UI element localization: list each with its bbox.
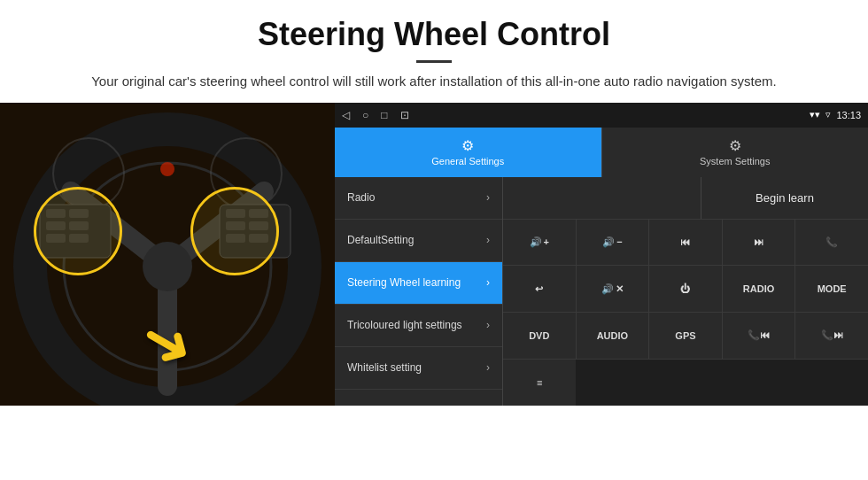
dvd-label: DVD bbox=[529, 330, 549, 341]
call-next-button[interactable]: 📞⏭ bbox=[795, 313, 868, 359]
signal-icon: ▾▾ bbox=[810, 109, 820, 120]
menu-item-default-label: DefaultSetting bbox=[347, 234, 486, 246]
begin-learn-button[interactable]: Begin learn bbox=[701, 177, 868, 219]
page-title: Steering Wheel Control bbox=[53, 16, 815, 53]
audio-button[interactable]: AUDIO bbox=[577, 313, 650, 359]
hang-up-icon: ↩ bbox=[535, 283, 543, 295]
chevron-right-icon: › bbox=[486, 234, 490, 246]
power-icon: ⏻ bbox=[680, 283, 690, 294]
wifi-icon: ▿ bbox=[825, 109, 831, 120]
prev-track-button[interactable]: ⏮ bbox=[649, 220, 723, 266]
chevron-right-icon: › bbox=[486, 319, 490, 331]
status-right: ▾▾ ▿ 13:13 bbox=[810, 109, 861, 120]
call-prev-button[interactable]: 📞⏮ bbox=[723, 313, 796, 359]
page-subtitle: Your original car's steering wheel contr… bbox=[53, 72, 815, 92]
mode-button[interactable]: MODE bbox=[795, 266, 868, 312]
nav-buttons: ◁ ○ □ ⊡ bbox=[342, 109, 409, 121]
menu-icon-button[interactable]: ≡ bbox=[503, 360, 576, 406]
vol-up-icon: 🔊 bbox=[530, 236, 542, 248]
menu-item-tricoloured-label: Tricoloured light settings bbox=[347, 319, 486, 331]
tab-system-label: System Settings bbox=[700, 156, 770, 166]
learn-input-field bbox=[503, 177, 701, 219]
mode-label: MODE bbox=[818, 283, 847, 294]
button-grid: 🔊+ 🔊− ⏮ ⏭ 📞 bbox=[503, 220, 868, 406]
page-header: Steering Wheel Control Your original car… bbox=[0, 0, 868, 103]
tab-general-label: General Settings bbox=[431, 156, 504, 166]
next-track-icon: ⏭ bbox=[754, 236, 763, 247]
control-panel: Begin learn 🔊+ 🔊− ⏮ bbox=[503, 177, 868, 406]
settings-tabs: ⚙ General Settings ⚙ System Settings bbox=[335, 128, 868, 177]
radio-label: RADIO bbox=[743, 283, 774, 294]
menu-item-radio-label: Radio bbox=[347, 191, 486, 204]
menu-item-default-setting[interactable]: DefaultSetting › bbox=[335, 220, 502, 262]
button-row-3: DVD AUDIO GPS 📞⏮ 📞⏭ bbox=[503, 313, 868, 360]
menu-icon: ≡ bbox=[537, 377, 542, 388]
cast-nav-icon[interactable]: ⊡ bbox=[400, 109, 409, 121]
call-icon: 📞 bbox=[825, 236, 838, 248]
clock: 13:13 bbox=[836, 110, 861, 120]
button-row-2: ↩ 🔊✕ ⏻ RADIO MODE bbox=[503, 266, 868, 313]
home-nav-icon[interactable]: ○ bbox=[362, 109, 368, 121]
dvd-button[interactable]: DVD bbox=[503, 313, 577, 359]
status-bar: ◁ ○ □ ⊡ ▾▾ ▿ 13:13 bbox=[335, 103, 868, 128]
gps-label: GPS bbox=[675, 330, 695, 341]
menu-item-whitelist[interactable]: Whitelist setting › bbox=[335, 347, 502, 390]
prev-track-icon: ⏮ bbox=[680, 236, 690, 247]
next-track-button[interactable]: ⏭ bbox=[723, 220, 796, 266]
android-panel: ◁ ○ □ ⊡ ▾▾ ▿ 13:13 ⚙ General Settings ⚙ … bbox=[335, 103, 868, 406]
vol-up-button[interactable]: 🔊+ bbox=[503, 220, 577, 266]
mute-icon: 🔊 bbox=[601, 283, 614, 295]
highlight-circle-left bbox=[34, 187, 122, 275]
steering-wheel-image: ➜ bbox=[0, 103, 335, 406]
menu-item-steering-wheel[interactable]: Steering Wheel learning › bbox=[335, 262, 502, 305]
menu-item-steering-label: Steering Wheel learning bbox=[347, 276, 486, 289]
tab-general-settings[interactable]: ⚙ General Settings bbox=[335, 128, 601, 177]
recents-nav-icon[interactable]: □ bbox=[381, 109, 387, 121]
mute-button[interactable]: 🔊✕ bbox=[577, 266, 650, 312]
system-settings-icon: ⚙ bbox=[729, 137, 741, 154]
panel-body: Radio › DefaultSetting › Steering Wheel … bbox=[335, 177, 868, 406]
chevron-right-icon: › bbox=[486, 276, 490, 289]
title-divider bbox=[416, 60, 452, 63]
chevron-right-icon: › bbox=[486, 361, 490, 374]
radio-button[interactable]: RADIO bbox=[723, 266, 796, 312]
svg-point-6 bbox=[143, 242, 192, 291]
general-settings-icon: ⚙ bbox=[461, 137, 474, 154]
audio-label: AUDIO bbox=[597, 330, 628, 341]
gps-button[interactable]: GPS bbox=[649, 313, 723, 359]
call-button[interactable]: 📞 bbox=[795, 220, 868, 266]
menu-item-whitelist-label: Whitelist setting bbox=[347, 361, 486, 374]
vol-down-button[interactable]: 🔊− bbox=[577, 220, 650, 266]
settings-menu: Radio › DefaultSetting › Steering Wheel … bbox=[335, 177, 503, 406]
menu-item-tricoloured[interactable]: Tricoloured light settings › bbox=[335, 305, 502, 347]
tab-system-settings[interactable]: ⚙ System Settings bbox=[601, 128, 869, 177]
svg-point-9 bbox=[160, 162, 174, 176]
chevron-right-icon: › bbox=[486, 191, 490, 204]
content-area: ➜ ◁ ○ □ ⊡ ▾▾ ▿ 13:13 ⚙ General Settings bbox=[0, 103, 868, 406]
button-row-1: 🔊+ 🔊− ⏮ ⏭ 📞 bbox=[503, 220, 868, 267]
highlight-circle-right bbox=[190, 187, 279, 275]
call-next-icon: 📞⏭ bbox=[821, 329, 843, 341]
menu-item-radio[interactable]: Radio › bbox=[335, 177, 502, 220]
begin-learn-row: Begin learn bbox=[503, 177, 868, 220]
vol-down-icon: 🔊 bbox=[602, 236, 615, 248]
hang-up-button[interactable]: ↩ bbox=[503, 266, 577, 312]
back-nav-icon[interactable]: ◁ bbox=[342, 109, 350, 121]
call-prev-icon: 📞⏮ bbox=[748, 329, 770, 341]
button-row-4: ≡ bbox=[503, 360, 868, 406]
power-button[interactable]: ⏻ bbox=[649, 266, 723, 312]
